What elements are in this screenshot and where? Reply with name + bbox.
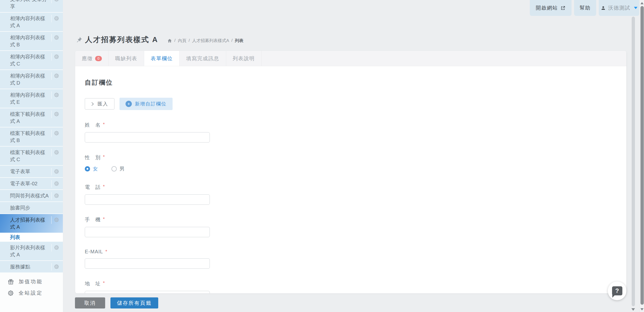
sidebar-item-addons[interactable]: 加值功能 <box>0 276 63 287</box>
gear-icon[interactable] <box>51 168 61 176</box>
tab[interactable]: 職缺列表 <box>109 51 144 66</box>
breadcrumb-item: / 列表 <box>231 38 244 44</box>
sidebar-item-label: 文章列表-文章分享 <box>10 0 47 9</box>
footer-actions: 取消 儲存所有頁籤 <box>75 297 158 308</box>
form-editor: 自訂欄位 匯入 + 新增自訂欄位 姓 名 * 性 別 * <box>75 66 626 293</box>
page-scrollbar-thumb[interactable] <box>640 6 644 305</box>
breadcrumb: / 內頁 / 人才招募列表樣式A / 列表 <box>167 38 244 44</box>
sidebar-item[interactable]: 檔案下載列表樣式 C <box>0 147 63 165</box>
sidebar-item[interactable]: 電子表單-02 <box>0 178 63 189</box>
help-menu-button[interactable]: 幫助 <box>574 0 596 16</box>
sidebar-item-label: 檔案下載列表樣式 C <box>10 150 45 162</box>
page-head: 人才招募列表樣式 A / 內頁 / 人才招募列表樣式A / 列表 <box>75 35 244 45</box>
inner-scrollbar-thumb[interactable] <box>632 17 635 306</box>
gear-icon[interactable] <box>51 263 61 271</box>
required-asterisk: * <box>105 249 107 254</box>
sidebar-site-settings-label: 全站設定 <box>19 290 43 296</box>
email-input[interactable] <box>85 258 210 269</box>
field-actions-row: 匯入 + 新增自訂欄位 <box>85 98 626 110</box>
name-input[interactable] <box>85 132 210 143</box>
sidebar-item-site-settings[interactable]: 全站設定 <box>0 287 63 299</box>
add-custom-field-button[interactable]: + 新增自訂欄位 <box>119 98 173 110</box>
radio-option-female[interactable]: 女 <box>85 165 98 172</box>
sidebar-item[interactable]: 服務據點 <box>0 261 63 272</box>
tab-bar: 應徵 0 職缺列表 表單欄位 填寫完成訊息 列表說明 <box>75 51 626 66</box>
phone-input[interactable] <box>85 194 210 205</box>
scrollbar-down-arrow[interactable] <box>640 308 643 310</box>
question-bubble-icon: ? <box>612 286 622 295</box>
tab[interactable]: 應徵 0 <box>75 51 109 66</box>
gear-icon[interactable] <box>51 72 61 80</box>
breadcrumb-link[interactable]: 人才招募列表樣式A <box>192 38 229 44</box>
sidebar-item-label: 電子表單-02 <box>10 181 37 186</box>
pin-icon[interactable] <box>75 36 83 43</box>
open-website-button[interactable]: 開啟網站 <box>530 0 572 16</box>
gear-icon[interactable] <box>51 216 61 224</box>
sidebar-item[interactable]: 電子表單 <box>0 166 63 177</box>
tab-label: 應徵 <box>82 55 93 62</box>
radio-label: 女 <box>93 165 98 172</box>
gear-icon[interactable] <box>51 149 61 156</box>
sidebar-item[interactable]: 相簿內容列表樣式 D <box>0 70 63 89</box>
tab[interactable]: 列表說明 <box>226 51 262 66</box>
sidebar-item[interactable]: 相簿內容列表樣式 C <box>0 51 63 70</box>
sidebar-item[interactable]: 人才招募列表樣式 A <box>0 214 63 233</box>
home-icon[interactable] <box>167 38 172 43</box>
user-menu-button[interactable]: 沃德測試 <box>599 0 639 16</box>
gear-icon[interactable] <box>51 53 61 61</box>
field-label: 姓 名 <box>85 122 101 128</box>
sidebar-item-label: 相簿內容列表樣式 D <box>10 73 45 86</box>
user-name: 沃德測試 <box>608 5 630 11</box>
breadcrumb-item: / 人才招募列表樣式A <box>189 38 229 44</box>
gear-icon[interactable] <box>51 34 61 42</box>
gear-icon[interactable] <box>51 91 61 99</box>
breadcrumb-separator: / <box>189 38 190 43</box>
sidebar-item[interactable]: 影片列表列表樣式 A <box>0 242 63 260</box>
sidebar-item[interactable]: 檔案下載列表樣式 B <box>0 127 63 146</box>
sidebar-item[interactable]: 列表 <box>0 233 63 241</box>
breadcrumb-separator: / <box>231 38 233 43</box>
field-address: 地 址 * <box>85 280 626 293</box>
field-label: 性 別 <box>85 154 101 161</box>
inner-scrollbar-down-arrow[interactable] <box>631 308 635 311</box>
sidebar-item-label: 相簿內容列表樣式 C <box>10 54 45 66</box>
sidebar-item[interactable]: 臉書同步 <box>0 202 63 214</box>
help-menu-label: 幫助 <box>580 5 591 11</box>
help-fab-button[interactable]: ? <box>608 282 626 300</box>
save-all-tabs-button[interactable]: 儲存所有頁籤 <box>110 297 158 308</box>
gear-icon[interactable] <box>51 192 61 200</box>
tab-label: 表單欄位 <box>151 55 173 62</box>
tab[interactable]: 表單欄位 <box>144 51 180 66</box>
sidebar-item[interactable]: 相簿內容列表樣式 B <box>0 32 63 50</box>
page-scrollbar[interactable] <box>639 0 644 312</box>
tab[interactable]: 填寫完成訊息 <box>180 51 226 66</box>
radio-unchecked-icon[interactable] <box>111 166 117 171</box>
breadcrumb-link[interactable]: 內頁 <box>178 38 186 44</box>
breadcrumb-item: / 內頁 <box>174 38 186 44</box>
gear-icon[interactable] <box>51 180 61 188</box>
sidebar-item[interactable]: 問與答列表樣式A <box>0 190 63 201</box>
gear-icon[interactable] <box>51 111 61 118</box>
mobile-input[interactable] <box>85 227 210 237</box>
sidebar-item[interactable]: 相簿內容列表樣式 E <box>0 89 63 108</box>
gear-icon[interactable] <box>51 244 61 252</box>
field-phone: 電 話 * <box>85 184 626 205</box>
scrollbar-up-arrow[interactable] <box>640 2 643 4</box>
field-email: E-MAIL * <box>85 249 626 269</box>
chevron-down-icon[interactable] <box>634 7 637 9</box>
gear-icon[interactable] <box>51 0 61 3</box>
import-button[interactable]: 匯入 <box>85 98 114 110</box>
sidebar-item[interactable]: 相簿內容列表樣式 A <box>0 13 63 31</box>
sidebar-item[interactable]: 文章列表-文章分享 <box>0 0 63 12</box>
sidebar-item[interactable]: 檔案下載列表樣式 A <box>0 108 63 127</box>
gear-icon[interactable] <box>51 15 61 22</box>
radio-checked-icon[interactable] <box>85 166 90 171</box>
sidebar-item-label: 相簿內容列表樣式 E <box>10 92 45 105</box>
gear-icon[interactable] <box>51 130 61 137</box>
breadcrumb-link[interactable]: 列表 <box>235 38 244 44</box>
radio-option-male[interactable]: 男 <box>111 165 125 172</box>
sidebar-item-label: 相簿內容列表樣式 A <box>10 16 45 28</box>
cancel-button[interactable]: 取消 <box>75 297 105 308</box>
address-input[interactable] <box>85 291 210 293</box>
required-asterisk: * <box>103 154 105 160</box>
